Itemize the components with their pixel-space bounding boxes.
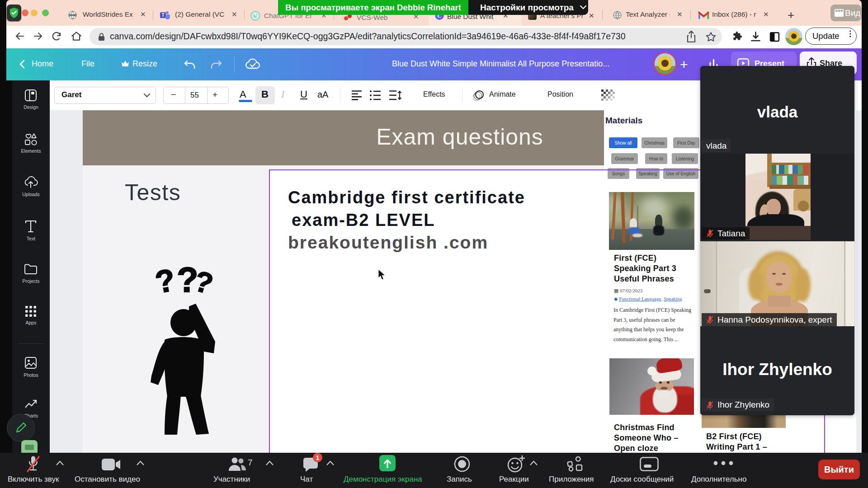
svg-text:T: T — [161, 13, 164, 18]
